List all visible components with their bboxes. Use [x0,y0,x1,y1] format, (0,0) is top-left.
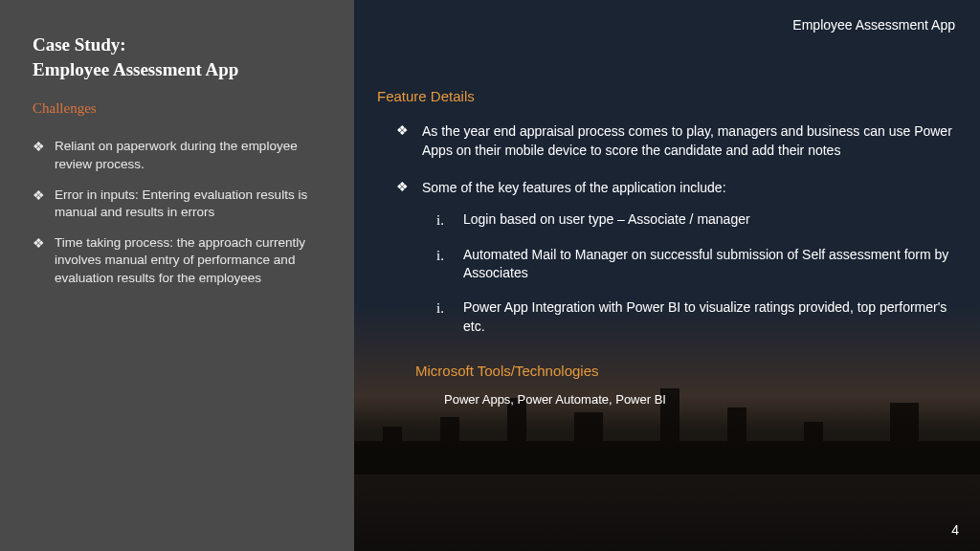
diamond-bullet-icon: ❖ [396,121,409,139]
list-item: i. Power App Integration with Power BI t… [436,298,953,336]
list-item: ❖ Error in inputs: Entering evaluation r… [33,187,327,221]
roman-marker: i. [436,210,463,231]
roman-marker: i. [436,246,463,266]
list-item: i. Automated Mail to Manager on successf… [436,246,953,283]
feature-text: As the year end appraisal process comes … [422,121,953,161]
tools-heading: Microsoft Tools/Technologies [415,363,953,379]
sub-feature-text: Automated Mail to Manager on successful … [463,246,953,283]
page-number: 4 [951,522,959,538]
challenges-heading: Challenges [33,100,327,117]
challenge-text: Time taking process: the approach curren… [55,234,327,287]
list-item: ❖ Some of the key features of the applic… [396,178,953,197]
list-item: ❖ As the year end appraisal process come… [396,121,953,161]
sub-feature-list: i. Login based on user type – Associate … [436,210,953,336]
diamond-bullet-icon: ❖ [396,178,409,195]
sidebar-title: Case Study: Employee Assessment App [33,33,327,81]
header-label: Employee Assessment App [792,17,955,33]
diamond-bullet-icon: ❖ [33,234,45,252]
diamond-bullet-icon: ❖ [33,187,45,204]
feature-details-heading: Feature Details [377,88,953,104]
feature-text: Some of the key features of the applicat… [422,178,726,197]
tools-text: Power Apps, Power Automate, Power BI [444,392,953,407]
diamond-bullet-icon: ❖ [33,138,45,155]
content-area: Feature Details ❖ As the year end apprai… [377,88,953,407]
challenge-text: Error in inputs: Entering evaluation res… [55,187,327,221]
list-item: ❖ Reliant on paperwork during the employ… [33,138,327,172]
roman-marker: i. [436,298,463,319]
challenge-text: Reliant on paperwork during the employee… [55,138,327,172]
list-item: ❖ Time taking process: the approach curr… [33,234,327,287]
title-line1: Case Study: [33,33,327,57]
list-item: i. Login based on user type – Associate … [436,210,953,231]
title-line2: Employee Assessment App [33,57,327,82]
sub-feature-text: Login based on user type – Associate / m… [463,210,750,230]
challenges-list: ❖ Reliant on paperwork during the employ… [33,138,327,287]
main-panel: Employee Assessment App Feature Details … [354,0,980,551]
feature-list: ❖ As the year end appraisal process come… [396,121,953,197]
sidebar-panel: Case Study: Employee Assessment App Chal… [0,0,354,551]
sub-feature-text: Power App Integration with Power BI to v… [463,298,953,336]
